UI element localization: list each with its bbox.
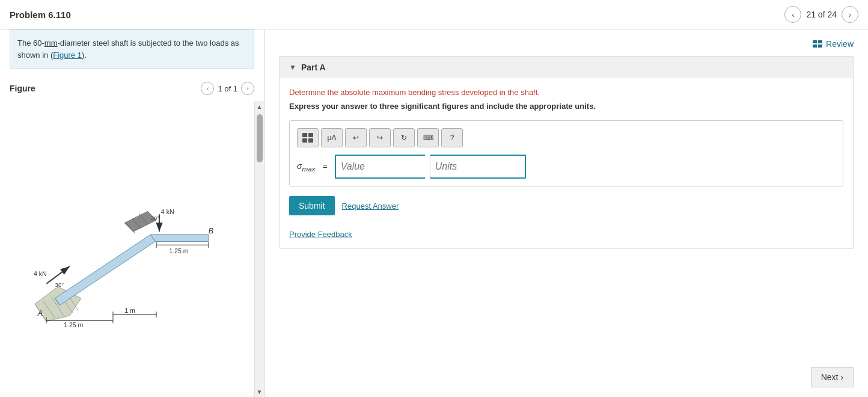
part-a-content: Determine the absolute maximum bending s… xyxy=(280,78,853,248)
point-a-label: A xyxy=(37,309,42,318)
force-4kn-left: 4 kN xyxy=(34,270,47,277)
part-a-toggle[interactable]: ▼ xyxy=(289,63,296,72)
keyboard-button[interactable]: ⌨ xyxy=(417,128,439,147)
svg-rect-23 xyxy=(818,40,822,43)
mu-icon: μA xyxy=(328,134,337,142)
grid-icon xyxy=(302,132,314,143)
answer-box: μA ↩ ↪ ↻ ⌨ xyxy=(289,120,843,186)
sigma-subscript: max xyxy=(302,164,315,172)
figure-prev-button[interactable]: ‹ xyxy=(201,82,214,95)
figure-label: Figure xyxy=(10,84,35,93)
svg-rect-28 xyxy=(302,138,307,143)
keyboard-icon: ⌨ xyxy=(423,134,433,142)
svg-rect-24 xyxy=(813,45,817,48)
equals-sign: = xyxy=(322,162,327,171)
dim-1-25m-bottom: 1.25 m xyxy=(64,321,84,327)
figure-area: B A 4 kN 30° 4 kN 30 xyxy=(0,101,264,397)
figure-page: 1 of 1 xyxy=(218,84,237,93)
next-button-container: Next › xyxy=(811,367,854,387)
action-row: Submit Request Answer xyxy=(289,196,843,215)
value-input[interactable] xyxy=(335,155,425,179)
provide-feedback-link[interactable]: Provide Feedback xyxy=(289,230,352,239)
svg-rect-22 xyxy=(813,40,817,43)
undo-icon: ↩ xyxy=(353,134,359,142)
answer-toolbar: μA ↩ ↪ ↻ ⌨ xyxy=(297,128,836,147)
input-row: σmax = xyxy=(297,155,836,179)
part-a-title: Part A xyxy=(301,63,326,72)
help-button[interactable]: ? xyxy=(441,128,463,147)
review-link[interactable]: Review xyxy=(279,39,854,49)
part-a-description: Determine the absolute maximum bending s… xyxy=(289,88,843,97)
redo-button[interactable]: ↪ xyxy=(369,128,391,147)
submit-button[interactable]: Submit xyxy=(289,196,335,215)
scroll-up-arrow[interactable]: ▲ xyxy=(255,102,264,111)
dim-1m: 1 m xyxy=(124,307,135,314)
undo-button[interactable]: ↩ xyxy=(345,128,367,147)
figure-scrollbar[interactable]: ▲ ▼ xyxy=(254,101,264,397)
review-icon xyxy=(813,40,822,48)
figure-nav: ‹ 1 of 1 › xyxy=(201,82,254,95)
header: Problem 6.110 ‹ 21 of 24 › xyxy=(0,0,868,29)
scroll-thumb[interactable] xyxy=(257,114,263,162)
refresh-icon: ↻ xyxy=(401,134,407,142)
part-a-instruction: Express your answer to three significant… xyxy=(289,102,843,111)
scroll-down-arrow[interactable]: ▼ xyxy=(255,387,264,396)
body-container: The 60-mm-diameter steel shaft is subjec… xyxy=(0,29,868,397)
point-b-label: B xyxy=(208,227,213,235)
figure-header: Figure ‹ 1 of 1 › xyxy=(0,76,264,101)
angle-30-left: 30° xyxy=(55,282,64,288)
problem-title: Problem 6.110 xyxy=(10,10,71,20)
review-label: Review xyxy=(826,39,854,49)
angle-30-upper: 30° xyxy=(150,215,159,221)
svg-rect-27 xyxy=(308,133,313,137)
prev-problem-button[interactable]: ‹ xyxy=(784,6,801,23)
sigma-label: σmax xyxy=(297,161,315,173)
left-panel: The 60-mm-diameter steel shaft is subjec… xyxy=(0,29,264,397)
svg-rect-29 xyxy=(308,138,313,143)
right-panel: Review ▼ Part A Determine the absolute m… xyxy=(264,29,868,397)
figure-svg: B A 4 kN 30° 4 kN 30 xyxy=(19,171,236,327)
force-4kn-upper: 4 kN xyxy=(160,208,174,215)
problem-description: The 60-mm-diameter steel shaft is subjec… xyxy=(10,29,254,69)
grid-button[interactable] xyxy=(297,128,319,147)
refresh-button[interactable]: ↻ xyxy=(393,128,415,147)
svg-rect-25 xyxy=(818,45,822,48)
request-answer-link[interactable]: Request Answer xyxy=(342,202,399,211)
figure-next-button[interactable]: › xyxy=(241,82,254,95)
figure-link[interactable]: Figure 1 xyxy=(53,51,82,60)
svg-rect-26 xyxy=(302,133,307,137)
header-nav: ‹ 21 of 24 › xyxy=(784,6,858,23)
page-indicator: 21 of 24 xyxy=(806,10,837,19)
dim-1-25m-right: 1.25 m xyxy=(169,247,189,254)
mu-button[interactable]: μA xyxy=(321,128,343,147)
help-icon: ? xyxy=(450,134,454,142)
redo-icon: ↪ xyxy=(377,134,383,142)
next-button[interactable]: Next › xyxy=(811,367,854,387)
part-a-header: ▼ Part A xyxy=(280,57,853,78)
figure-image: B A 4 kN 30° 4 kN 30 xyxy=(0,101,254,397)
units-input[interactable] xyxy=(430,155,526,179)
part-a-section: ▼ Part A Determine the absolute maximum … xyxy=(279,56,854,249)
main-container: Problem 6.110 ‹ 21 of 24 › The 60-mm-dia… xyxy=(0,0,868,397)
next-problem-button[interactable]: › xyxy=(842,6,858,23)
